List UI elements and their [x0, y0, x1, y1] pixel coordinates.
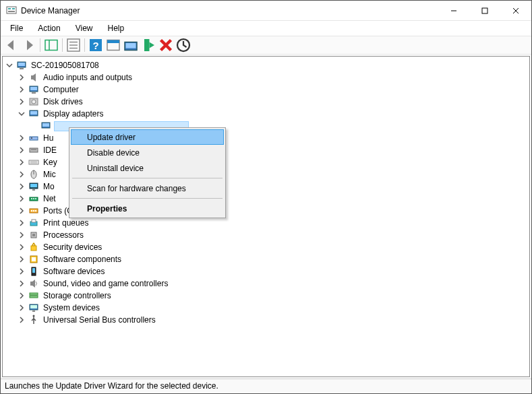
context-menu-update-driver[interactable]: Update driver — [71, 129, 224, 145]
tree-expand-icon[interactable] — [16, 242, 27, 253]
svg-rect-70 — [30, 305, 37, 308]
tree-item-computer[interactable]: Computer — [4, 84, 527, 96]
show-hide-console-tree-button[interactable] — [43, 37, 59, 53]
svg-rect-55 — [33, 210, 34, 211]
svg-rect-60 — [32, 234, 35, 236]
computer-icon — [28, 84, 39, 95]
tree-expand-icon[interactable] — [16, 133, 27, 143]
update-driver-button[interactable] — [123, 37, 139, 53]
tree-expand-icon[interactable] — [4, 60, 15, 71]
menu-action[interactable]: Action — [32, 22, 65, 34]
tree-item-label: Mo — [42, 180, 56, 193]
tree-item-print[interactable]: Print queues — [4, 217, 527, 229]
back-button[interactable] — [3, 37, 20, 53]
svg-rect-36 — [42, 123, 49, 127]
tree-item-label: System devices — [42, 302, 101, 314]
tree-expand-icon[interactable] — [16, 254, 27, 265]
titlebar: Device Manager — [1, 1, 531, 21]
menu-help[interactable]: Help — [102, 22, 130, 34]
audio-icon — [28, 72, 39, 83]
tree-root[interactable]: SC-201905081708 — [4, 59, 527, 71]
tree-expand-icon[interactable] — [16, 290, 27, 301]
svg-rect-71 — [32, 310, 35, 312]
hid-icon — [28, 133, 39, 143]
svg-rect-61 — [31, 246, 36, 251]
tree-expand-icon[interactable] — [16, 315, 27, 325]
svg-rect-65 — [32, 268, 35, 273]
svg-rect-25 — [18, 63, 25, 66]
display-icon — [40, 121, 51, 131]
system-icon — [28, 302, 39, 313]
context-menu-label: Update driver — [87, 133, 136, 142]
tree-item-display[interactable]: Display adapters — [4, 108, 527, 120]
uninstall-device-button[interactable] — [158, 37, 174, 53]
scan-hardware-button[interactable] — [175, 37, 191, 53]
svg-rect-19 — [126, 43, 136, 48]
context-menu-label: Properties — [87, 204, 127, 214]
tree-expand-icon[interactable] — [16, 278, 27, 289]
svg-rect-27 — [31, 75, 33, 79]
svg-point-38 — [31, 137, 32, 139]
ide-icon — [28, 145, 39, 156]
close-button[interactable] — [500, 1, 531, 21]
tree-expand-icon[interactable] — [16, 181, 27, 192]
tree-item-audio[interactable]: Audio inputs and outputs — [4, 71, 527, 84]
forward-button[interactable] — [21, 37, 37, 53]
tree-expand-icon[interactable] — [16, 230, 27, 240]
tree-expand-icon[interactable] — [16, 72, 27, 83]
tree-expand-icon[interactable] — [16, 145, 27, 156]
tree-expand-icon[interactable] — [16, 302, 27, 313]
tree-item-label: Mic — [42, 168, 57, 180]
tree-item-usb[interactable]: Universal Serial Bus controllers — [4, 314, 527, 326]
tree-item-system[interactable]: System devices — [4, 302, 527, 314]
context-menu-scan-hardware[interactable]: Scan for hardware changes — [71, 180, 224, 196]
tree-expand-icon[interactable] — [16, 218, 27, 228]
svg-point-32 — [32, 100, 36, 104]
svg-rect-2 — [12, 8, 15, 9]
help-button[interactable]: ? — [88, 37, 104, 53]
tree-item-swdev[interactable]: Software devices — [4, 265, 527, 277]
enable-device-button[interactable] — [140, 37, 156, 53]
menu-view[interactable]: View — [70, 22, 98, 34]
context-menu-disable-device[interactable]: Disable device — [71, 145, 224, 160]
tree-expand-icon[interactable] — [16, 266, 27, 277]
tree-item-sound[interactable]: Sound, video and game controllers — [4, 277, 527, 290]
minimize-button[interactable] — [438, 1, 469, 21]
tree-item-label: Net — [42, 193, 57, 205]
tree-item-security[interactable]: Security devices — [4, 241, 527, 253]
tree-item-label: Key — [42, 156, 59, 168]
svg-rect-26 — [20, 68, 24, 69]
tree-item-label: Processors — [42, 229, 85, 241]
action-toolbar-button[interactable] — [105, 37, 121, 53]
context-menu-uninstall-device[interactable]: Uninstall device — [71, 160, 224, 176]
tree-item-disk[interactable]: Disk drives — [4, 96, 527, 108]
tree-expand-icon[interactable] — [16, 193, 27, 204]
tree-item-label: IDE — [42, 144, 58, 156]
tree-expand-icon[interactable] — [16, 96, 27, 107]
tree-item-cpu[interactable]: Processors — [4, 229, 527, 241]
tree-expand-icon[interactable] — [16, 84, 27, 95]
tree-expand-icon[interactable] — [16, 108, 27, 119]
menu-file[interactable]: File — [5, 22, 28, 34]
svg-text:?: ? — [92, 40, 98, 51]
print-icon — [28, 218, 39, 228]
usb-icon — [28, 315, 39, 325]
context-menu-separator — [72, 178, 223, 178]
tree-item-swcomp[interactable]: Software components — [4, 253, 527, 265]
tree-item-label: Universal Serial Bus controllers — [42, 314, 157, 326]
security-icon — [28, 242, 39, 253]
svg-rect-29 — [30, 87, 37, 90]
swdev-icon — [28, 266, 39, 277]
context-menu-properties[interactable]: Properties — [71, 201, 224, 216]
context-menu-label: Scan for hardware changes — [87, 184, 186, 193]
tree-expand-icon[interactable] — [16, 169, 27, 180]
tree-item-label: Audio inputs and outputs — [42, 71, 134, 84]
tree-expand-icon[interactable] — [16, 205, 27, 216]
maximize-button[interactable] — [469, 1, 500, 21]
properties-button[interactable] — [65, 37, 82, 53]
context-menu: Update driver Disable device Uninstall d… — [69, 127, 226, 218]
svg-rect-0 — [7, 7, 16, 13]
svg-rect-54 — [31, 210, 32, 211]
tree-item-storage[interactable]: Storage controllers — [4, 290, 527, 302]
tree-expand-icon[interactable] — [16, 157, 27, 168]
